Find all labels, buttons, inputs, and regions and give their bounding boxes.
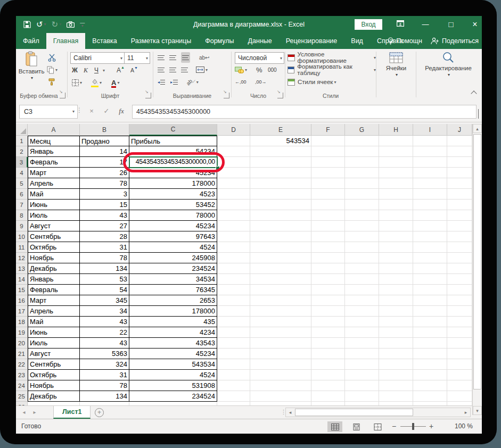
cell-G5[interactable] — [345, 178, 379, 189]
cell-J7[interactable] — [447, 200, 472, 210]
cell-E5[interactable] — [250, 178, 311, 189]
cell-F21[interactable] — [311, 349, 345, 359]
cell-I10[interactable] — [413, 231, 447, 242]
cell-G20[interactable] — [345, 338, 379, 349]
cell-F25[interactable] — [311, 391, 345, 402]
horizontal-scrollbar-thumb[interactable] — [295, 409, 413, 416]
scroll-left-icon[interactable]: ◂ — [286, 408, 294, 417]
row-header-12[interactable]: 12 — [16, 253, 28, 263]
cell-E21[interactable] — [250, 349, 311, 359]
cell-C20[interactable]: 43543 — [129, 338, 217, 349]
cell-H14[interactable] — [379, 274, 413, 285]
column-header-A[interactable]: A — [28, 124, 80, 136]
zoom-level[interactable]: 100 % — [442, 419, 473, 434]
paste-button[interactable]: Вставить ▾ — [16, 51, 47, 80]
decrease-indent-button[interactable]: ◂ — [158, 77, 165, 87]
cell-H13[interactable] — [379, 263, 413, 274]
grow-font-button[interactable]: А▲ — [117, 65, 125, 76]
cell-B15[interactable]: 54 — [80, 285, 129, 295]
cell-J1[interactable] — [447, 136, 472, 146]
cell-F1[interactable] — [311, 136, 345, 146]
cell-C1[interactable]: Прибыль — [129, 136, 217, 146]
enter-button[interactable]: ✓ — [100, 105, 113, 118]
cell-E24[interactable] — [250, 380, 311, 391]
cell-E11[interactable] — [250, 242, 311, 253]
row-header-11[interactable]: 11 — [16, 242, 28, 253]
accounting-format-button[interactable]: ▾ — [235, 64, 247, 75]
cell-A21[interactable]: Август — [28, 349, 80, 359]
cell-D23[interactable] — [217, 370, 250, 380]
cell-B9[interactable]: 27 — [80, 221, 129, 231]
cell-E26[interactable] — [250, 402, 311, 405]
cell-H20[interactable] — [379, 338, 413, 349]
cell-G14[interactable] — [345, 274, 379, 285]
cell-H24[interactable] — [379, 380, 413, 391]
cell-A26[interactable] — [28, 402, 80, 405]
cell-D21[interactable] — [217, 349, 250, 359]
cells-button[interactable]: Ячейки ▾ — [381, 51, 412, 77]
cell-J26[interactable] — [447, 402, 472, 405]
cell-E16[interactable] — [250, 295, 311, 306]
cell-H9[interactable] — [379, 221, 413, 231]
select-all-corner[interactable] — [16, 124, 28, 136]
decrease-decimal-button[interactable]: ,00→ — [255, 77, 267, 87]
cell-E1[interactable]: 543534 — [250, 136, 311, 146]
row-header-3[interactable]: 3 — [16, 157, 28, 168]
assistant-button[interactable]: Помощн — [388, 37, 422, 45]
row-header-20[interactable]: 20 — [16, 338, 28, 349]
cell-J21[interactable] — [447, 349, 472, 359]
borders-button[interactable]: ▾ — [72, 77, 82, 88]
cell-C25[interactable]: 234524 — [129, 391, 217, 402]
cell-D4[interactable] — [217, 168, 250, 178]
cell-H1[interactable] — [379, 136, 413, 146]
cell-H17[interactable] — [379, 306, 413, 317]
cell-D8[interactable] — [217, 210, 250, 221]
cell-J22[interactable] — [447, 359, 472, 370]
percent-style-button[interactable]: % — [256, 64, 262, 75]
underline-dropdown-icon[interactable]: ▾ — [102, 65, 105, 76]
cell-A9[interactable]: Август — [28, 221, 80, 231]
cell-G22[interactable] — [345, 359, 379, 370]
cell-I25[interactable] — [413, 391, 447, 402]
cell-F23[interactable] — [311, 370, 345, 380]
cell-G23[interactable] — [345, 370, 379, 380]
cell-D16[interactable] — [217, 295, 250, 306]
cell-F16[interactable] — [311, 295, 345, 306]
font-size-combo[interactable]: 11▾ — [124, 52, 150, 64]
row-header-4[interactable]: 4 — [16, 168, 28, 178]
cell-G25[interactable] — [345, 391, 379, 402]
scroll-down-icon[interactable]: ▾ — [473, 406, 482, 415]
cell-I4[interactable] — [413, 168, 447, 178]
cell-E10[interactable] — [250, 231, 311, 242]
cell-H8[interactable] — [379, 210, 413, 221]
cell-G21[interactable] — [345, 349, 379, 359]
cell-A20[interactable]: Июль — [28, 338, 80, 349]
cell-F20[interactable] — [311, 338, 345, 349]
cell-I18[interactable] — [413, 317, 447, 327]
cell-G8[interactable] — [345, 210, 379, 221]
underline-button[interactable]: Ч — [94, 65, 98, 76]
cell-H5[interactable] — [379, 178, 413, 189]
cell-G19[interactable] — [345, 327, 379, 338]
cell-A8[interactable]: Июль — [28, 210, 80, 221]
cell-A10[interactable]: Сентябрь — [28, 231, 80, 242]
cell-G4[interactable] — [345, 168, 379, 178]
align-middle-button[interactable] — [169, 52, 176, 63]
row-header-10[interactable]: 10 — [16, 231, 28, 242]
cell-J17[interactable] — [447, 306, 472, 317]
cell-C24[interactable]: 531908 — [129, 380, 217, 391]
cell-F24[interactable] — [311, 380, 345, 391]
insert-function-button[interactable]: fx — [115, 105, 128, 118]
cell-B1[interactable]: Продано — [80, 136, 129, 146]
close-button[interactable]: × — [466, 16, 484, 33]
row-header-22[interactable]: 22 — [16, 359, 28, 370]
cell-E22[interactable] — [250, 359, 311, 370]
cell-I12[interactable] — [413, 253, 447, 263]
page-break-view-button[interactable] — [370, 421, 385, 432]
cell-E2[interactable] — [250, 146, 311, 157]
row-header-21[interactable]: 21 — [16, 349, 28, 359]
column-header-F[interactable]: F — [311, 124, 345, 136]
row-header-14[interactable]: 14 — [16, 274, 28, 285]
cell-B14[interactable]: 53 — [80, 274, 129, 285]
cell-C21[interactable]: 45234 — [129, 349, 217, 359]
